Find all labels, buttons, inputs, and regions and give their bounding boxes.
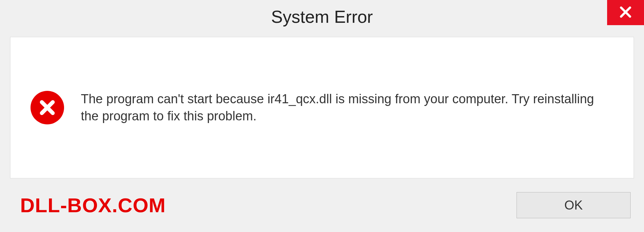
- ok-button[interactable]: OK: [517, 192, 631, 218]
- close-button[interactable]: [607, 0, 644, 25]
- close-icon: [619, 5, 632, 20]
- error-icon: [31, 91, 64, 124]
- dialog-title: System Error: [271, 7, 373, 27]
- watermark-text: DLL-BOX.COM: [20, 194, 166, 217]
- error-dialog: System Error The program can't start bec…: [0, 0, 644, 232]
- dialog-footer: DLL-BOX.COM OK: [0, 178, 644, 232]
- error-message: The program can't start because ir41_qcx…: [81, 91, 613, 125]
- content-panel: The program can't start because ir41_qcx…: [10, 37, 634, 178]
- titlebar: System Error: [0, 0, 644, 34]
